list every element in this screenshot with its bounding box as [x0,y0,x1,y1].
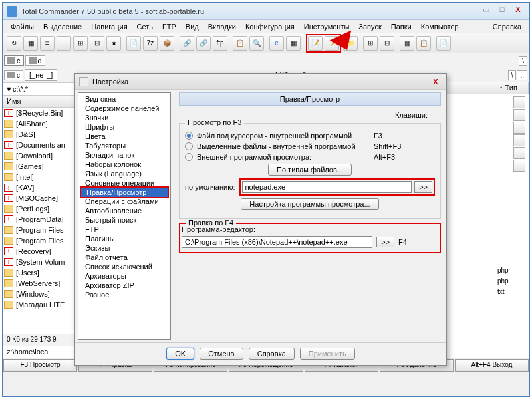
tree-item[interactable]: FTP [80,225,169,234]
list-item[interactable]: [Магадан LITE [3,299,78,310]
drive-d[interactable]: d [25,55,45,66]
f3-button[interactable]: F3 Просмотр [3,359,77,372]
list-item[interactable]: [Program Files [3,235,78,246]
browse-button[interactable]: >> [414,181,432,193]
tree-item[interactable]: Содержимое панелей [80,104,169,113]
nav-parent[interactable]: .. [517,70,527,80]
list-item[interactable]: [Users] [3,267,78,278]
tool-icon[interactable]: ⊟ [380,36,394,51]
path-bar[interactable]: ▼ c:\*.* [3,82,78,96]
list-item[interactable]: [Intel] [3,172,78,182]
tab-label[interactable]: [_нет_] [25,69,57,81]
tool-notepad-icon[interactable]: 📝 [308,36,323,51]
tree-item[interactable]: Файл отчёта [80,253,169,262]
tool-icon[interactable]: ⊞ [73,36,88,51]
list-item[interactable]: ![$Recycle.Bin] [3,108,78,118]
nav-root[interactable]: \ [519,56,527,66]
list-item[interactable]: [AllShare] [3,118,78,129]
tool-icon[interactable]: ★ [106,36,121,51]
tool-icon[interactable]: 🔗 [196,36,211,51]
minimize-button[interactable]: _ [463,5,477,17]
list-item[interactable]: ![System Volum [3,257,78,267]
tool-icon[interactable]: ftp [213,36,227,51]
menu-item[interactable]: Конфигурация [241,21,299,32]
list-item[interactable]: ![Documents an [3,140,78,150]
list-item[interactable]: ![Recovery] [3,246,78,257]
maximize-button[interactable]: □ [495,5,509,17]
list-item[interactable]: [Program Files [3,225,78,235]
tool-icon[interactable]: ▦ [23,36,38,51]
file-list[interactable]: ![$Recycle.Bin][AllShare][D&S]![Document… [3,108,78,334]
list-item[interactable]: ![KAV] [3,182,78,193]
rt-btn[interactable] [513,122,525,134]
tool-icon[interactable]: 📦 [160,36,174,51]
tree-item[interactable]: Архиваторы [80,271,169,281]
tree-item[interactable]: Язык (Language) [80,169,169,178]
tool-refresh-icon[interactable]: ↻ [7,36,21,51]
settings-tree[interactable]: Вид окнаСодержимое панелейЗначкиШрифтыЦв… [78,92,171,340]
tool-ie-icon[interactable]: e [269,36,284,51]
tool-icon[interactable]: ⊞ [363,36,378,51]
list-item[interactable]: [Download] [3,150,78,161]
rt-btn[interactable] [513,96,525,108]
rt-btn[interactable] [513,160,525,172]
file-types-button[interactable]: По типам файлов... [268,164,352,176]
menu-item[interactable]: Навигация [87,21,131,32]
restore-button[interactable]: ▭ [479,5,493,17]
menu-item[interactable]: Компьютер [417,21,463,32]
list-item[interactable]: [WebServers] [3,278,78,289]
radio-file-cursor[interactable] [185,132,193,140]
radio-selected-files[interactable] [185,142,193,150]
menu-item[interactable]: Выделение [39,21,86,32]
tree-item[interactable]: Наборы колонок [80,160,169,169]
type-column[interactable]: ↑ Тип [495,82,529,94]
tool-icon[interactable]: 7z [143,36,158,51]
altf4-button[interactable]: Alt+F4 Выход [455,359,529,372]
list-item[interactable]: ![ProgramData] [3,214,78,225]
tool-icon[interactable]: 🔍 [249,36,264,51]
radio-external[interactable] [185,153,193,161]
tree-item[interactable]: Вкладки папок [80,150,169,160]
tree-item[interactable]: Автообновление [80,206,169,215]
menu-item[interactable]: Папки [387,21,416,32]
menu-item[interactable]: Файлы [7,21,38,32]
list-item[interactable]: [PerfLogs] [3,203,78,214]
apply-button[interactable]: Применить [300,348,355,360]
tree-item[interactable]: Быстрый поиск [80,215,169,225]
menu-item[interactable]: FTP [158,21,180,32]
drive-c-tab[interactable]: c [4,70,23,80]
dialog-close-icon[interactable]: X [429,78,442,86]
list-item[interactable]: [Games] [3,161,78,172]
drive-c[interactable]: c [4,55,24,66]
default-viewer-input[interactable] [242,181,412,193]
list-item[interactable]: [D&S] [3,129,78,140]
ok-button[interactable]: OK [166,348,194,360]
tree-item[interactable]: Шрифты [80,122,169,132]
tool-icon[interactable]: 📄 [126,36,141,51]
menu-help[interactable]: Справка [489,21,525,32]
tree-item[interactable]: Значки [80,113,169,122]
tool-icon[interactable]: 🔗 [180,36,194,51]
tool-icon[interactable]: ⊟ [90,36,104,51]
menu-item[interactable]: Инструменты [300,21,354,32]
tool-icon[interactable]: 📋 [416,36,431,51]
name-column[interactable]: Имя [3,96,78,107]
editor-path-input[interactable] [182,236,372,248]
viewer-config-button[interactable]: Настройка программы просмотра... [241,198,378,210]
tree-item[interactable]: Эскизы [80,243,169,253]
tree-item[interactable]: Список исключений [80,262,169,271]
tree-item[interactable]: Разное [80,290,169,299]
tree-item[interactable]: Цвета [80,132,169,141]
menu-item[interactable]: Сеть [133,21,157,32]
tree-item[interactable]: Табуляторы [80,141,169,150]
nav-up[interactable]: \ [508,70,517,80]
rt-btn[interactable] [513,134,525,146]
tree-item[interactable]: Операции с файлами [80,197,169,206]
tool-icon[interactable]: 📋 [233,36,247,51]
menu-item[interactable]: Вкладки [204,21,240,32]
tool-icon[interactable]: ▦ [400,36,414,51]
menu-item[interactable]: Вид [182,21,203,32]
tree-item[interactable]: Плагины [80,234,169,243]
close-button[interactable]: X [511,5,525,17]
tool-icon[interactable]: ☰ [57,36,71,51]
